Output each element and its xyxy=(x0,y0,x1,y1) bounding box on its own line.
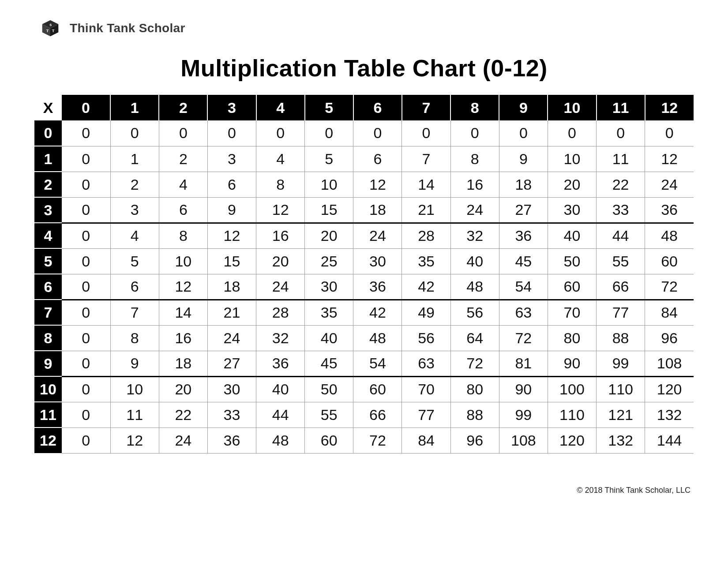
table-cell: 5 xyxy=(305,146,353,172)
table-cell: 20 xyxy=(256,248,305,274)
table-cell: 0 xyxy=(450,120,499,146)
column-header: 12 xyxy=(645,95,694,120)
table-cell: 70 xyxy=(402,376,450,402)
table-cell: 21 xyxy=(207,300,256,325)
table-cell: 0 xyxy=(645,120,694,146)
table-cell: 22 xyxy=(597,172,645,197)
table-cell: 15 xyxy=(207,248,256,274)
table-cell: 0 xyxy=(62,300,110,325)
table-cell: 0 xyxy=(62,172,110,197)
table-cell: 88 xyxy=(450,402,499,428)
table-cell: 60 xyxy=(353,376,402,402)
table-row: 2024681012141618202224 xyxy=(34,172,694,197)
row-header: 1 xyxy=(34,146,62,172)
table-cell: 77 xyxy=(597,300,645,325)
table-cell: 77 xyxy=(402,402,450,428)
table-cell: 120 xyxy=(645,376,694,402)
table-cell: 11 xyxy=(110,402,159,428)
table-cell: 15 xyxy=(305,197,353,223)
table-cell: 121 xyxy=(597,402,645,428)
table-cell: 24 xyxy=(159,428,207,453)
table-row: 6061218243036424854606672 xyxy=(34,274,694,300)
table-cell: 4 xyxy=(256,146,305,172)
table-cell: 16 xyxy=(159,325,207,351)
table-cell: 40 xyxy=(305,325,353,351)
table-cell: 96 xyxy=(645,325,694,351)
row-header: 9 xyxy=(34,351,62,376)
table-cell: 96 xyxy=(450,428,499,453)
table-row: 00000000000000 xyxy=(34,120,694,146)
row-header: 4 xyxy=(34,223,62,248)
table-row: 1201224364860728496108120132144 xyxy=(34,428,694,453)
table-cell: 44 xyxy=(597,223,645,248)
table-cell: 3 xyxy=(110,197,159,223)
table-cell: 14 xyxy=(159,300,207,325)
brand-name: Think Tank Scholar xyxy=(70,21,185,35)
table-cell: 36 xyxy=(645,197,694,223)
row-header: 12 xyxy=(34,428,62,453)
table-cell: 8 xyxy=(159,223,207,248)
table-cell: 36 xyxy=(499,223,548,248)
table-cell: 90 xyxy=(548,351,596,376)
table-cell: 54 xyxy=(353,351,402,376)
table-cell: 49 xyxy=(402,300,450,325)
table-cell: 50 xyxy=(305,376,353,402)
table-cell: 33 xyxy=(207,402,256,428)
table-cell: 9 xyxy=(110,351,159,376)
table-cell: 81 xyxy=(499,351,548,376)
table-cell: 18 xyxy=(159,351,207,376)
table-cell: 48 xyxy=(645,223,694,248)
table-cell: 55 xyxy=(597,248,645,274)
table-cell: 6 xyxy=(110,274,159,300)
column-header: 3 xyxy=(207,95,256,120)
table-cell: 20 xyxy=(159,376,207,402)
table-cell: 10 xyxy=(305,172,353,197)
row-header: 2 xyxy=(34,172,62,197)
table-cell: 5 xyxy=(110,248,159,274)
table-cell: 36 xyxy=(256,351,305,376)
table-cell: 80 xyxy=(548,325,596,351)
table-cell: 72 xyxy=(450,351,499,376)
table-cell: 0 xyxy=(62,197,110,223)
table-cell: 99 xyxy=(597,351,645,376)
table-row: 10123456789101112 xyxy=(34,146,694,172)
table-cell: 40 xyxy=(548,223,596,248)
table-cell: 66 xyxy=(597,274,645,300)
row-header: 3 xyxy=(34,197,62,223)
table-cell: 48 xyxy=(450,274,499,300)
table-cell: 72 xyxy=(645,274,694,300)
table-cell: 24 xyxy=(450,197,499,223)
multiplication-table: X0123456789101112 0000000000000010123456… xyxy=(34,95,694,454)
table-row: 100102030405060708090100110120 xyxy=(34,376,694,402)
table-cell: 84 xyxy=(402,428,450,453)
multiplication-table-wrap: X0123456789101112 0000000000000010123456… xyxy=(34,95,694,454)
table-row: 7071421283542495663707784 xyxy=(34,300,694,325)
table-cell: 1 xyxy=(110,146,159,172)
table-cell: 20 xyxy=(305,223,353,248)
row-header: 6 xyxy=(34,274,62,300)
column-header: 8 xyxy=(450,95,499,120)
table-cell: 16 xyxy=(256,223,305,248)
table-cell: 36 xyxy=(207,428,256,453)
table-cell: 66 xyxy=(353,402,402,428)
table-cell: 132 xyxy=(645,402,694,428)
row-header: 11 xyxy=(34,402,62,428)
table-cell: 32 xyxy=(256,325,305,351)
table-cell: 6 xyxy=(207,172,256,197)
table-cell: 0 xyxy=(597,120,645,146)
table-cell: 22 xyxy=(159,402,207,428)
table-row: 90918273645546372819099108 xyxy=(34,351,694,376)
column-header: 2 xyxy=(159,95,207,120)
table-cell: 10 xyxy=(159,248,207,274)
table-cell: 42 xyxy=(353,300,402,325)
table-cell: 0 xyxy=(62,223,110,248)
table-row: 404812162024283236404448 xyxy=(34,223,694,248)
table-cell: 72 xyxy=(353,428,402,453)
table-cell: 0 xyxy=(499,120,548,146)
table-cell: 44 xyxy=(256,402,305,428)
svg-text:S: S xyxy=(49,23,52,27)
table-cell: 0 xyxy=(402,120,450,146)
table-cell: 4 xyxy=(159,172,207,197)
table-cell: 14 xyxy=(402,172,450,197)
table-cell: 84 xyxy=(645,300,694,325)
